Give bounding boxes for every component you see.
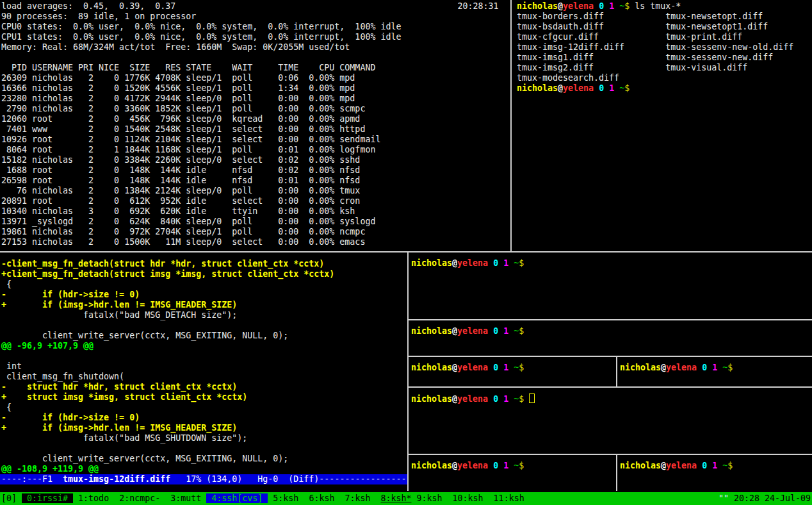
shell-prompt-line: nicholas@yelena 0 1 ~$ [411,258,812,269]
emacs-diff-pane[interactable]: -client_msg_fn_detach(struct hdr *hdr, s… [0,252,407,491]
top-process-monitor-pane[interactable]: load averages: 0.45, 0.39, 0.37 20:28:31… [0,0,510,251]
window-5-ksh[interactable]: 5:ksh [268,493,304,503]
shell-pane-c2[interactable]: nicholas@yelena 0 1 ~$ [617,357,812,386]
window-3-mutt[interactable]: 3:mutt [165,493,206,503]
window-4-ssh[interactable]: 4:ssh[cvs] [206,493,268,503]
prompt-window-index: 1 [503,258,508,268]
prompt-at-sign: @ [452,461,457,470]
prompt-symbol: $ [624,1,629,11]
diff-line-context: int [1,361,407,372]
prompt-session-index: 0 [493,258,498,268]
file-names: tmux-borders.diff tmux-newsetopt.diff [517,12,763,21]
diff-line-hunk: @@ -108,9 +119,9 @@ [1,464,407,474]
window-11-ksh[interactable]: 11:ksh [489,493,524,503]
space [707,461,712,470]
prompt-cwd: ~ [614,83,624,93]
emacs-diff-buffer: -client_msg_fn_detach(struct hdr *hdr, s… [0,259,407,474]
prompt-session-index: 0 [493,363,498,372]
prompt-user: nicholas [411,461,452,470]
prompt-symbol: $ [727,461,733,470]
prompt-user: nicholas [517,1,558,11]
shell-prompt-line: nicholas@yelena 0 1 ~$ [620,363,812,373]
right-shell-pane-stack: nicholas@yelena 0 1 ~$ nicholas@yelena 0… [409,252,812,491]
prompt-host: yelena [563,83,594,93]
diff-line-hunk: @@ -96,9 +107,9 @@ [1,341,407,351]
shell-pane-row-e: nicholas@yelena 0 1 ~$ nicholas@yelena 0… [409,455,812,491]
window-10-ksh[interactable]: 10:ksh [448,493,489,503]
prompt-session-index: 0 [599,83,604,93]
prompt-session-index: 0 [599,1,604,11]
window-2-ncmpc[interactable]: 2:ncmpc- [114,493,165,503]
prompt-at-sign: @ [661,461,666,470]
session-name: [0] [1,493,22,503]
shell-pane-b[interactable]: nicholas@yelena 0 1 ~$ [409,320,812,356]
prompt-window-index: 1 [609,83,614,93]
diff-line-added: + struct imsg *imsg, struct client_ctx *… [1,392,407,402]
prompt-window-index: 1 [503,363,508,372]
file-names: tmux-bsdauth.diff tmux-newsetopt1.diff [517,22,768,31]
diff-line-context: { [1,279,407,290]
space [697,363,702,372]
prompt-host: yelena [457,394,488,404]
space [498,363,503,372]
shell-prompt-line: nicholas@yelena 0 1 ~$ [620,461,812,471]
prompt-at-sign: @ [452,258,457,268]
space [488,258,493,268]
shell-pane-ls-output[interactable]: nicholas@yelena 0 1 ~$ ls tmux-*tmux-bor… [512,0,812,251]
prompt-cwd: ~ [717,363,727,372]
window-9-ksh[interactable]: 9:ksh [412,493,448,503]
ls-output-line: tmux-cfgcur.diff tmux-print.diff [517,32,812,42]
ls-output-line: tmux-imsg2.diff tmux-visual.diff [517,63,812,73]
file-names: tmux-imsg2.diff tmux-visual.diff [517,63,747,72]
window-7-ksh[interactable]: 7:ksh [339,493,380,503]
shell-pane-e2[interactable]: nicholas@yelena 0 1 ~$ [617,455,812,491]
prompt-session-index: 0 [493,461,498,470]
ls-output-line: tmux-imsg-12diff.diff tmux-sessenv-new-o… [517,42,812,53]
prompt-host: yelena [457,326,488,336]
emacs-modeline: ----:---F1 tmux-imsg-12diff.diff 17% (13… [0,474,407,484]
shell-pane-row-c: nicholas@yelena 0 1 ~$ nicholas@yelena 0… [409,357,812,386]
tmux-window-list: [0] 0:irssi# 1:todo 2:ncmpc- 3:mutt 4:ss… [1,493,524,505]
prompt-at-sign: @ [558,1,563,11]
prompt-at-sign: @ [452,394,457,404]
prompt-user: nicholas [411,258,452,268]
prompt-at-sign: @ [558,83,563,93]
diff-line-context: client_write_server(cctx, MSG_EXITING, N… [1,331,407,341]
space [488,461,493,470]
prompt-host: yelena [666,461,697,470]
prompt-symbol: $ [519,326,524,336]
diff-line-context [1,351,407,361]
diff-line-added: + if (imsg->hdr.len != IMSG_HEADER_SIZE) [1,300,407,310]
space [524,394,529,404]
diff-line-removed: - if (hdr->size != 0) [1,413,407,423]
prompt-window-index: 1 [712,461,717,470]
window-8-ksh-current[interactable]: 8:ksh* [380,493,411,503]
prompt-at-sign: @ [452,326,457,336]
shell-prompt-line: nicholas@yelena 0 1 ~$ [411,326,812,336]
prompt-session-index: 0 [493,394,498,404]
shell-prompt-line: nicholas@yelena 0 1 ~$ [411,363,616,373]
prompt-user: nicholas [620,363,661,372]
window-1-todo[interactable]: 1:todo [73,493,114,503]
diff-line-context: client_write_server(cctx, MSG_EXITING, N… [1,454,407,464]
shell-pane-e1[interactable]: nicholas@yelena 0 1 ~$ [409,455,616,491]
prompt-session-index: 0 [493,326,498,336]
space [594,83,599,93]
prompt-window-index: 1 [503,394,508,404]
file-names: tmux-cfgcur.diff tmux-print.diff [517,32,742,42]
ls-output-line: tmux-modesearch.diff [517,73,812,83]
shell-pane-c1[interactable]: nicholas@yelena 0 1 ~$ [409,357,616,386]
shell-pane-d-active[interactable]: nicholas@yelena 0 1 ~$ [409,388,812,454]
diff-line-context: fatalx("bad MSG_SHUTDOWN size"); [1,433,407,443]
prompt-host: yelena [457,363,488,372]
prompt-user: nicholas [411,394,452,404]
prompt-window-index: 1 [503,461,508,470]
window-0-irssi[interactable]: 0:irssi# [22,493,73,503]
space [594,1,599,11]
shell-pane-a[interactable]: nicholas@yelena 0 1 ~$ [409,252,812,319]
window-6-ksh[interactable]: 6:ksh [304,493,339,503]
modeline-filename: tmux-imsg-12diff.diff [63,474,170,484]
diff-line-context: { [1,402,407,413]
prompt-symbol: $ [624,83,629,93]
prompt-at-sign: @ [661,363,666,372]
